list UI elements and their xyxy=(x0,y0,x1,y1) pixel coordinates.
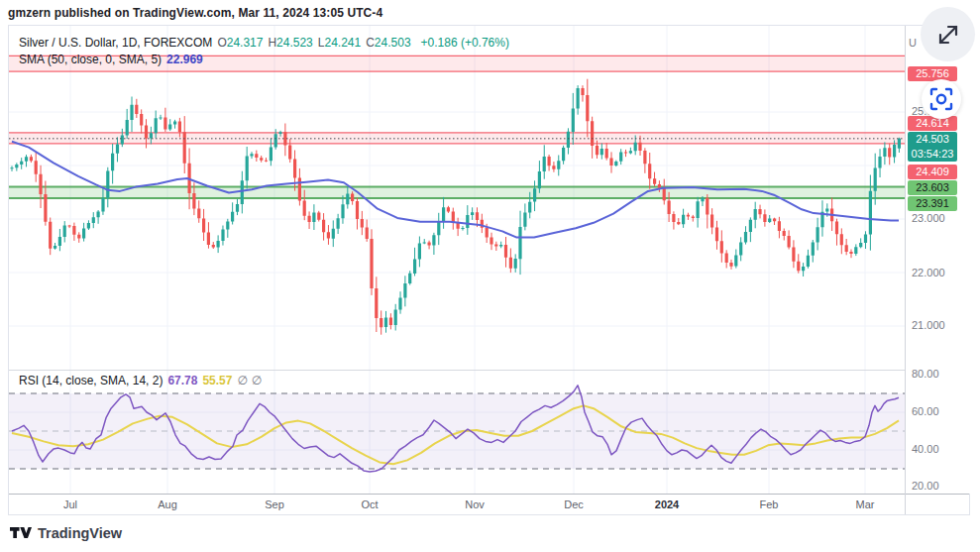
axis-corner-divider xyxy=(905,494,906,514)
ohlc-values: O24.317H24.523L24.241C24.503 xyxy=(217,36,415,50)
price-scale-label: 20.00 xyxy=(912,480,939,492)
tradingview-logo-text: TradingView xyxy=(38,525,122,541)
price-scale-label: 80.00 xyxy=(912,368,939,380)
change-value: +0.186 (+0.76%) xyxy=(421,36,509,50)
price-scale-label: 60.00 xyxy=(912,405,939,417)
countdown-timer: 03:54:23 xyxy=(908,147,957,162)
sma-legend-row: SMA (50, close, 0, SMA, 5)22.969 xyxy=(19,53,208,66)
sma-value: 22.969 xyxy=(166,53,203,66)
rsi-label[interactable]: RSI (14, close, SMA, 14, 2) xyxy=(19,374,163,387)
sma-label[interactable]: SMA (50, close, 0, SMA, 5) xyxy=(19,53,162,66)
scale-unit-label: U xyxy=(909,37,917,49)
price-scale-label: 22.000 xyxy=(912,267,945,278)
ohlc-item: L24.241 xyxy=(318,36,361,50)
time-axis-label: Jul xyxy=(63,498,77,510)
ohlc-item: O24.317 xyxy=(217,36,263,50)
symbol-legend-row: Silver / U.S. Dollar, 1D, FOREXCOMO24.31… xyxy=(19,36,514,50)
time-axis-label: Mar xyxy=(856,498,875,510)
resistance-level-badge: 24.409 xyxy=(908,165,957,179)
expand-icon xyxy=(935,22,961,48)
price-scale-label: 40.00 xyxy=(912,443,939,455)
resistance-level-badge: 24.614 xyxy=(908,116,957,131)
fullscreen-button[interactable] xyxy=(921,7,975,61)
pane-divider[interactable] xyxy=(9,370,969,371)
tradingview-logo[interactable]: TradingView xyxy=(10,524,122,541)
time-axis-label: Aug xyxy=(158,498,177,510)
time-axis-label: Feb xyxy=(760,498,779,510)
price-scale-label: 21.000 xyxy=(912,319,945,331)
chart-frame: Silver / U.S. Dollar, 1D, FOREXCOMO24.31… xyxy=(8,25,970,515)
support-level-badge: 23.391 xyxy=(908,196,957,211)
ohlc-item: H24.523 xyxy=(268,36,312,50)
rsi-band-values: ∅ ∅ xyxy=(237,374,262,387)
time-axis-label: Sep xyxy=(265,498,284,510)
time-axis-label: Nov xyxy=(465,498,485,510)
page: { "header": { "attribution": "gmzern pub… xyxy=(0,0,980,552)
tradingview-mark-icon xyxy=(10,524,32,541)
rsi-value: 67.78 xyxy=(167,374,197,387)
time-axis-label: Oct xyxy=(361,498,378,510)
price-chart-canvas[interactable] xyxy=(9,26,905,494)
current-price-badge: 24.50303:54:23 xyxy=(908,132,957,162)
camera-icon xyxy=(929,87,953,111)
attribution-text: gmzern published on TradingView.com, Mar… xyxy=(8,6,382,20)
time-axis-label: Dec xyxy=(564,498,584,510)
symbol-title[interactable]: Silver / U.S. Dollar, 1D, FOREXCOM xyxy=(19,36,212,50)
ohlc-item: C24.503 xyxy=(366,36,410,50)
time-axis-label: 2024 xyxy=(655,498,679,510)
time-axis[interactable]: JulAugSepOctNovDec2024FebMar xyxy=(9,494,969,514)
rsi-ma-value: 55.57 xyxy=(202,374,232,387)
resistance-level-badge: 25.756 xyxy=(908,66,957,81)
support-level-badge: 23.603 xyxy=(908,180,957,195)
rsi-legend-row: RSI (14, close, SMA, 14, 2)67.7855.57∅ ∅ xyxy=(19,374,267,387)
screenshot-button[interactable] xyxy=(922,79,961,119)
price-scale-label: 23.000 xyxy=(912,212,945,224)
